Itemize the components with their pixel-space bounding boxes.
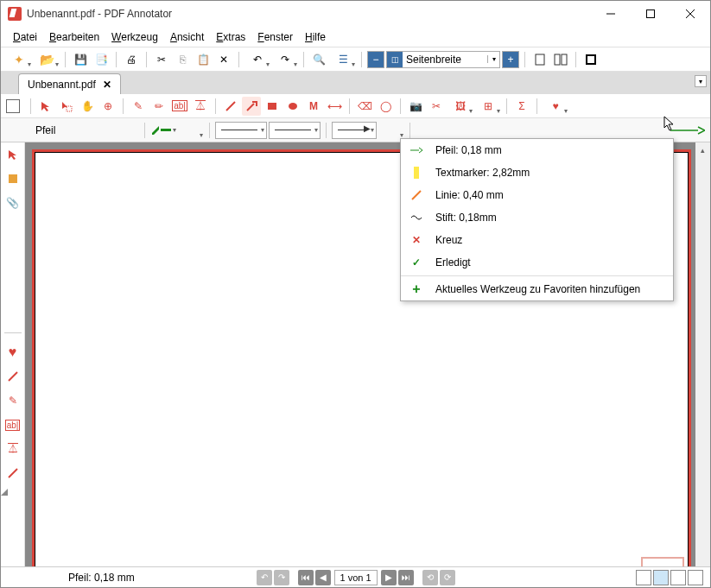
sidebar-attachment-tool[interactable]: 📎 [4,194,22,212]
sidebar-fav-text[interactable]: ab| [4,416,22,433]
new-button[interactable]: ✦ [6,50,32,69]
select-tool[interactable] [57,97,76,116]
stamp-tool[interactable]: ⏄ [191,97,210,116]
undo-button[interactable]: ↶ [244,50,270,69]
image-tool[interactable]: 🖼 [448,97,473,116]
delete-button[interactable]: ✕ [214,50,233,69]
nav-first-page[interactable]: ⏮ [298,570,314,585]
pan-tool[interactable]: ✋ [78,97,97,116]
print-button[interactable]: 🖨 [122,50,141,69]
open-button[interactable]: 📂 [34,50,60,69]
formula-tool[interactable]: Σ [512,97,531,116]
save-as-button[interactable]: 📑 [92,50,111,69]
menu-help[interactable]: Hilfe [300,29,331,45]
menu-tool[interactable]: Werkzeug [106,29,163,45]
nav-prev-page[interactable]: ◀ [315,570,331,585]
sidebar-fav-stamp[interactable]: ⏄ [4,440,22,458]
view-single[interactable] [636,570,651,585]
scroll-up-button[interactable]: ▴ [695,142,710,157]
view-continuous[interactable] [653,570,669,585]
tool-checkbox[interactable] [6,99,20,113]
arrow-green-icon [409,147,423,154]
favorite-item-kreuz[interactable]: ✕ Kreuz [401,229,673,251]
svg-rect-8 [587,56,594,63]
nav-forward[interactable]: ⟳ [440,570,455,585]
zoom-dropdown-icon[interactable]: ▾ [487,55,499,63]
nav-rotate-left[interactable]: ↶ [257,570,272,585]
favorite-item-pfeil[interactable]: Pfeil: 0,18 mm [401,139,673,161]
eraser-tool[interactable]: ⌫ [355,97,374,116]
menu-file[interactable]: Datei [8,29,42,45]
current-tool-name: Pfeil [35,124,139,136]
text-tool[interactable]: ab| [170,97,189,116]
dimension-tool[interactable]: ⟷ [325,97,344,116]
sidebar-favorite-heart[interactable]: ♥ [4,344,22,361]
lasso-tool[interactable]: ◯ [376,97,395,116]
crop-tool[interactable]: ✂ [427,97,446,116]
menu-window[interactable]: Fenster [252,29,298,45]
tab-bar: Unbenannt.pdf ✕ ▾ [1,72,710,94]
line-width-selector[interactable] [215,122,267,139]
zoom-out-button[interactable]: − [367,51,384,68]
color-dropdown[interactable] [178,121,204,140]
tab-overflow-button[interactable]: ▾ [695,75,707,87]
page-input[interactable] [334,570,378,585]
minimize-button[interactable] [591,1,631,27]
view-continuous-facing[interactable] [688,570,703,585]
nav-back[interactable]: ⟲ [422,570,438,585]
panel-button[interactable]: ☰ [330,50,356,69]
two-page-button[interactable] [551,50,570,69]
arrow-head-selector[interactable] [332,122,377,139]
favorite-item-textmarker[interactable]: Textmarker: 2,82mm [401,161,673,184]
color-picker[interactable] [150,122,176,139]
check-green-icon: ✓ [409,256,423,269]
fullscreen-button[interactable] [581,50,600,69]
menu-view[interactable]: Ansicht [165,29,209,45]
snapshot-tool[interactable]: 📷 [406,97,425,116]
sidebar-note-tool[interactable] [4,170,22,187]
single-page-button[interactable] [530,50,549,69]
redo-button[interactable]: ↷ [272,50,298,69]
favorites-button[interactable]: ♥ [543,97,568,116]
pen-tool[interactable]: ✎ [129,97,148,116]
favorite-item-linie[interactable]: Linie: 0,40 mm [401,184,673,206]
favorite-item-erledigt[interactable]: ✓ Erledigt [401,251,673,274]
close-button[interactable] [670,1,710,27]
copy-button[interactable]: ⎘ [173,50,192,69]
view-facing[interactable] [670,570,686,585]
paste-button[interactable]: 📋 [194,50,213,69]
tab-close-icon[interactable]: ✕ [103,79,111,91]
sidebar-fav-line[interactable] [4,465,22,482]
sidebar-fav-pencil[interactable]: ✎ [4,392,22,409]
nav-next-page[interactable]: ▶ [381,570,397,585]
document-tab[interactable]: Unbenannt.pdf ✕ [18,73,121,94]
zoom-in-button[interactable]: + [502,51,519,68]
nav-rotate-right[interactable]: ↷ [274,570,289,585]
rectangle-tool[interactable] [263,97,282,116]
search-button[interactable]: 🔍 [309,50,328,69]
svg-rect-5 [555,54,560,65]
pointer-tool[interactable] [36,97,55,116]
zoom-tool[interactable]: ⊕ [98,97,117,116]
favorite-item-stift[interactable]: Stift: 0,18mm [401,206,673,229]
vertical-scrollbar[interactable]: ▴ ▾ [695,142,710,588]
nav-last-page[interactable]: ⏭ [398,570,414,585]
arrow-tool[interactable] [242,97,261,116]
line-tool[interactable] [221,97,240,116]
save-button[interactable]: 💾 [71,50,90,69]
ellipse-tool[interactable] [283,97,302,116]
polyline-tool[interactable]: M [304,97,323,116]
menu-edit[interactable]: Bearbeiten [44,29,105,45]
sidebar-arrow-tool[interactable] [4,146,22,163]
sidebar-expand-indicator[interactable] [1,489,8,496]
insert-tool[interactable]: ⊞ [475,97,501,116]
line-style-selector[interactable] [269,122,321,139]
menu-extras[interactable]: Extras [211,29,251,45]
maximize-button[interactable] [631,1,670,27]
zoom-selector[interactable]: ◫ Seitenbreite ▾ [386,51,500,68]
cut-button[interactable]: ✂ [152,50,171,69]
sidebar-fav-pen[interactable] [4,368,22,385]
favorite-add-current[interactable]: + Aktuelles Werkzeug zu Favoriten hinzuf… [401,278,673,300]
arrow-style-dropdown[interactable] [378,121,404,140]
highlighter-tool[interactable]: ✏ [149,97,168,116]
